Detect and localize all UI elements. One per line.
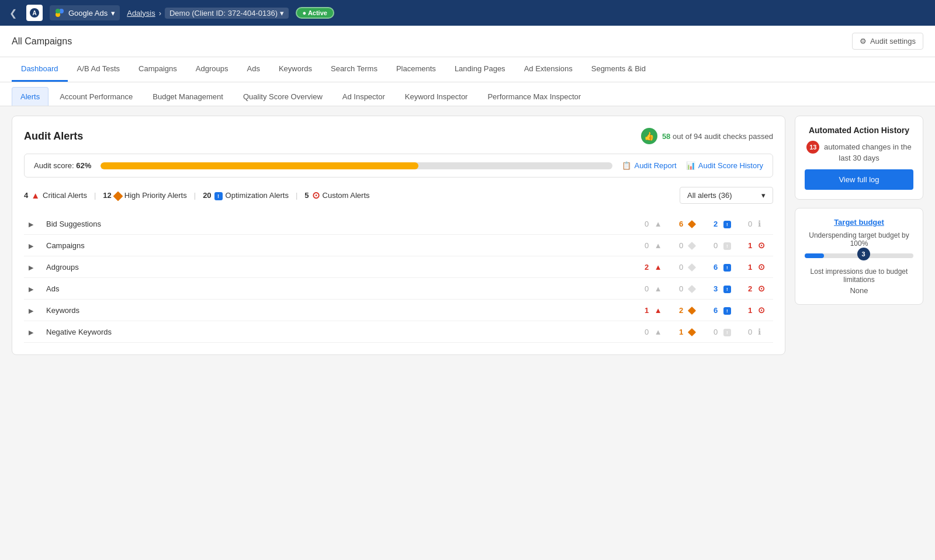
audit-score-bar-fill xyxy=(101,162,418,169)
opt-icon: ! xyxy=(723,219,731,228)
critical-cell: 0 ▲ xyxy=(645,328,665,336)
expand-button[interactable]: ▶ xyxy=(29,264,33,272)
tab-ab-ad-tests[interactable]: A/B Ad Tests xyxy=(68,57,129,82)
lost-impressions-value: None xyxy=(805,286,913,295)
table-row[interactable]: ▶ Campaigns 0 ▲ 0 0 ! 1 ⊙ xyxy=(24,235,773,256)
diamond-icon xyxy=(689,263,695,272)
alerts-dropdown-value: All alerts (36) xyxy=(687,191,732,200)
table-row[interactable]: ▶ Ads 0 ▲ 0 3 ! 2 ⊙ xyxy=(24,278,773,300)
tab-ad-extensions[interactable]: Ad Extensions xyxy=(515,57,582,82)
table-row[interactable]: ▶ Bid Suggestions 0 ▲ 6 2 ! 0 ℹ xyxy=(24,213,773,235)
diamond-icon xyxy=(689,306,695,315)
all-alerts-dropdown[interactable]: All alerts (36) ▾ xyxy=(680,187,773,204)
alert-table: ▶ Bid Suggestions 0 ▲ 6 2 ! 0 ℹ ▶ Campai… xyxy=(24,213,773,343)
content-area: Audit Alerts 👍 58 out of 94 audit checks… xyxy=(0,106,935,364)
google-ads-switcher[interactable]: Google Ads ▾ xyxy=(50,5,120,20)
subtab-quality-score[interactable]: Quality Score Overview xyxy=(234,87,331,106)
budget-bar-fill xyxy=(805,253,824,258)
high-priority-pill[interactable]: 12 High Priority Alerts xyxy=(103,191,186,200)
gear-icon: ⚙ xyxy=(860,37,867,46)
custom-cell: 1 ⊙ xyxy=(748,262,768,272)
opt-cell: 0 ! xyxy=(714,241,734,250)
alerts-dropdown-chevron: ▾ xyxy=(761,191,766,200)
breadcrumb-current[interactable]: Demo (Client ID: 372-404-0136) ▾ xyxy=(165,8,289,19)
critical-cell: 2 ▲ xyxy=(645,263,665,272)
expand-button[interactable]: ▶ xyxy=(29,221,33,228)
opt-cell: 3 ! xyxy=(714,284,734,293)
tab-campaigns[interactable]: Campaigns xyxy=(129,57,186,82)
tab-placements[interactable]: Placements xyxy=(387,57,445,82)
opt-bang-icon: ! xyxy=(214,191,223,200)
diamond-icon xyxy=(689,241,695,250)
subtab-alerts[interactable]: Alerts xyxy=(12,87,49,106)
custom-cell: 0 ℹ xyxy=(748,327,768,336)
custom-bang-icon: ⊙ xyxy=(312,190,320,201)
opt-cell: 6 ! xyxy=(714,262,734,272)
google-ads-label: Google Ads xyxy=(68,9,108,18)
passed-label: out of 94 audit checks passed xyxy=(673,132,773,141)
subtab-performance-max[interactable]: Performance Max Inspector xyxy=(479,87,590,106)
critical-alerts-pill[interactable]: 4 ▲ Critical Alerts xyxy=(24,190,87,200)
tab-adgroups[interactable]: Adgroups xyxy=(186,57,238,82)
tab-segments-bid[interactable]: Segments & Bid xyxy=(582,57,655,82)
audit-score-bar xyxy=(101,162,612,169)
high-cell: 1 xyxy=(679,328,699,336)
opt-label: Optimization Alerts xyxy=(226,191,289,200)
target-budget-title[interactable]: Target budget xyxy=(805,218,913,227)
table-row[interactable]: ▶ Adgroups 2 ▲ 0 6 ! 1 ⊙ xyxy=(24,256,773,278)
subtab-budget-management[interactable]: Budget Management xyxy=(144,87,232,106)
view-full-log-button[interactable]: View full log xyxy=(805,169,913,190)
tab-ads[interactable]: Ads xyxy=(238,57,269,82)
diamond-icon xyxy=(689,284,695,293)
audit-alerts-panel: Audit Alerts 👍 58 out of 94 audit checks… xyxy=(12,116,785,355)
tab-search-terms[interactable]: Search Terms xyxy=(321,57,387,82)
audit-score-percent: 62% xyxy=(76,161,91,170)
custom-alerts-pill[interactable]: 5 ⊙ Custom Alerts xyxy=(304,190,369,201)
expand-button[interactable]: ▶ xyxy=(29,329,33,336)
triangle-icon: ▲ xyxy=(654,328,662,336)
automated-action-title: Automated Action History xyxy=(805,126,913,135)
audit-score-history-link[interactable]: 📊 Audit Score History xyxy=(686,161,763,170)
opt-icon: ! xyxy=(723,241,731,250)
budget-badge: 3 xyxy=(857,248,870,260)
custom-cell: 1 ⊙ xyxy=(748,241,768,250)
triangle-icon: ▲ xyxy=(654,263,662,272)
custom-cell: 1 ⊙ xyxy=(748,305,768,315)
nav-collapse-arrow[interactable]: ❮ xyxy=(7,5,19,21)
custom-icon: ℹ xyxy=(758,327,761,336)
high-diamond-icon xyxy=(115,191,122,200)
table-row[interactable]: ▶ Negative Keywords 0 ▲ 1 0 ! 0 ℹ xyxy=(24,321,773,343)
subtab-keyword-inspector[interactable]: Keyword Inspector xyxy=(396,87,477,106)
custom-icon: ⊙ xyxy=(758,262,765,272)
adalysis-logo: A xyxy=(26,5,43,21)
alert-filters: 4 ▲ Critical Alerts | 12 High Priority A… xyxy=(24,187,773,204)
expand-button[interactable]: ▶ xyxy=(29,307,33,315)
opt-icon: ! xyxy=(723,262,731,272)
expand-button[interactable]: ▶ xyxy=(29,286,33,293)
critical-cell: 0 ▲ xyxy=(645,284,665,293)
automated-action-card: Automated Action History 13 automated ch… xyxy=(795,116,923,200)
target-budget-card: Target budget Underspending target budge… xyxy=(795,208,923,305)
tab-landing-pages[interactable]: Landing Pages xyxy=(445,57,515,82)
page-title: All Campaigns xyxy=(12,36,72,47)
audit-settings-button[interactable]: ⚙ Audit settings xyxy=(852,33,923,50)
passed-count: 58 out of 94 audit checks passed xyxy=(662,132,773,141)
tab-keywords[interactable]: Keywords xyxy=(269,57,321,82)
opt-icon: ! xyxy=(723,305,731,315)
audit-report-link[interactable]: 📋 Audit Report xyxy=(622,161,676,170)
custom-cell: 2 ⊙ xyxy=(748,284,768,293)
critical-cell: 0 ▲ xyxy=(645,220,665,228)
expand-button[interactable]: ▶ xyxy=(29,242,33,250)
row-name: Bid Suggestions xyxy=(41,213,304,235)
high-cell: 0 xyxy=(679,263,699,272)
breadcrumb-parent[interactable]: Adalysis xyxy=(127,9,155,18)
optimization-pill[interactable]: 20 ! Optimization Alerts xyxy=(203,191,289,200)
audit-settings-label: Audit settings xyxy=(870,37,916,46)
sub-tabs: Alerts Account Performance Budget Manage… xyxy=(0,82,935,106)
critical-cell: 0 ▲ xyxy=(645,241,665,250)
row-name: Campaigns xyxy=(41,235,304,256)
subtab-ad-inspector[interactable]: Ad Inspector xyxy=(334,87,394,106)
subtab-account-performance[interactable]: Account Performance xyxy=(51,87,141,106)
table-row[interactable]: ▶ Keywords 1 ▲ 2 6 ! 1 ⊙ xyxy=(24,300,773,321)
tab-dashboard[interactable]: Dashboard xyxy=(12,57,68,82)
